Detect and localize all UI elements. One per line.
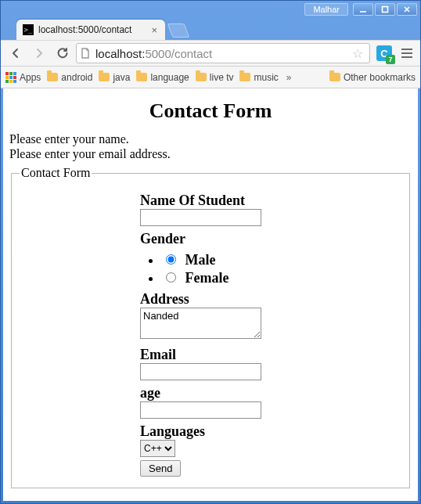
bookmark-label: java <box>113 72 130 83</box>
age-label: age <box>140 385 281 401</box>
bookmark-overflow-button[interactable]: » <box>285 72 293 83</box>
forward-button[interactable] <box>29 43 49 63</box>
window-controls <box>353 3 417 16</box>
other-bookmarks-label: Other bookmarks <box>344 72 416 83</box>
gender-option-male: Male <box>162 252 281 268</box>
browser-toolbar: localhost:5000/contact ☆ C 7 <box>1 40 420 67</box>
address-host: localhost: <box>95 47 145 60</box>
bookmark-label: language <box>150 72 189 83</box>
menu-button[interactable] <box>398 49 416 58</box>
gender-male-label: Male <box>185 252 216 268</box>
tab-title: localhost:5000/contact <box>38 24 149 35</box>
email-input[interactable] <box>140 363 261 380</box>
profile-button[interactable]: Malhar <box>304 3 348 16</box>
bookmark-folder[interactable]: music <box>239 72 278 83</box>
reload-button[interactable] <box>52 43 73 63</box>
maximize-button[interactable] <box>375 3 395 16</box>
age-input[interactable] <box>140 401 261 419</box>
page-content: Contact Form Please enter your name. Ple… <box>3 88 418 501</box>
name-label: Name Of Student <box>140 193 281 209</box>
new-tab-button[interactable] <box>167 23 190 38</box>
name-input[interactable] <box>140 209 261 226</box>
contact-fieldset: Contact Form Name Of Student Gender Male… <box>11 166 410 488</box>
minimize-button[interactable] <box>353 3 373 16</box>
gender-options: Male Female <box>140 252 281 286</box>
page-icon <box>80 48 91 59</box>
bookmark-label: music <box>254 72 278 83</box>
languages-label: Languages <box>140 423 281 440</box>
gender-option-female: Female <box>162 270 281 286</box>
folder-icon <box>329 73 340 81</box>
page-title: Contact Form <box>9 99 412 123</box>
folder-icon <box>239 73 250 81</box>
other-bookmarks-button[interactable]: Other bookmarks <box>329 72 416 83</box>
bookmark-folder[interactable]: java <box>99 72 130 83</box>
folder-icon <box>99 73 110 81</box>
bookmarks-bar: Apps android java language live tv music… <box>1 67 420 88</box>
folder-icon <box>136 73 147 81</box>
tab-close-icon[interactable]: × <box>149 24 159 36</box>
folder-icon <box>196 73 207 81</box>
tab-favicon: >_ <box>23 24 34 35</box>
form-body: Name Of Student Gender Male Female Addre… <box>140 193 281 477</box>
languages-select[interactable]: C++ <box>140 440 175 457</box>
folder-icon <box>47 73 58 81</box>
validation-message: Please enter your name. <box>9 132 412 146</box>
fieldset-legend: Contact Form <box>20 166 92 180</box>
apps-icon <box>5 72 16 83</box>
email-label: Email <box>140 347 281 363</box>
gender-female-label: Female <box>185 270 229 286</box>
bookmark-label: live tv <box>210 72 234 83</box>
address-bar[interactable]: localhost:5000/contact ☆ <box>76 43 370 63</box>
bookmark-folder[interactable]: android <box>47 72 92 83</box>
apps-label: Apps <box>20 72 41 83</box>
apps-button[interactable]: Apps <box>5 72 41 83</box>
extension-button[interactable]: C 7 <box>376 45 392 61</box>
browser-tab[interactable]: >_ localhost:5000/contact × <box>16 20 165 40</box>
browser-window: Malhar >_ localhost:5000/contact × <box>0 0 421 504</box>
extension-badge: 7 <box>386 55 395 64</box>
bookmark-star-icon[interactable]: ☆ <box>349 46 366 61</box>
back-button[interactable] <box>5 43 26 63</box>
svg-rect-0 <box>383 7 388 13</box>
address-textarea[interactable]: Nanded <box>140 308 261 339</box>
bookmark-folder[interactable]: language <box>136 72 189 83</box>
tab-strip: >_ localhost:5000/contact × <box>1 18 420 40</box>
gender-label: Gender <box>140 231 281 247</box>
gender-radio-male[interactable] <box>166 254 176 265</box>
gender-radio-female[interactable] <box>166 272 176 283</box>
validation-message: Please enter your email address. <box>9 147 412 161</box>
bookmark-folder[interactable]: live tv <box>196 72 234 83</box>
window-titlebar: Malhar <box>1 1 420 18</box>
send-button[interactable]: Send <box>140 460 181 477</box>
bookmark-label: android <box>61 72 92 83</box>
address-label: Address <box>140 291 281 308</box>
address-text: localhost:5000/contact <box>95 47 349 60</box>
address-path: 5000/contact <box>145 47 212 60</box>
close-button[interactable] <box>397 3 417 16</box>
